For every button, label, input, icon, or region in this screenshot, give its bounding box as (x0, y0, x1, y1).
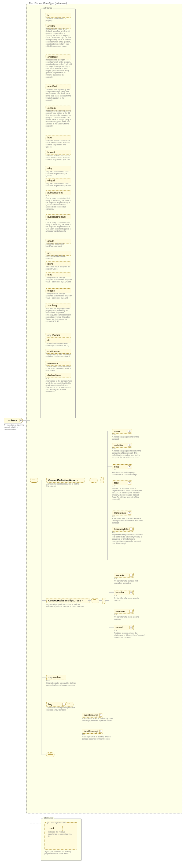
desc: A related concept, where the relationshi… (114, 632, 146, 639)
expand-icon[interactable]: + (129, 591, 133, 594)
card: 0..∞ (112, 531, 116, 533)
connector (109, 575, 109, 642)
main-concept-element[interactable]: mainConcept + (82, 713, 103, 717)
expand-icon[interactable]: + (128, 430, 131, 433)
ranking-grp-desc: A group of attributes for ranking proper… (44, 850, 79, 855)
attr-desc: A URI which identifies a concept. (46, 255, 72, 259)
desc: An identifier of a more generic concept. (114, 597, 146, 601)
card: 0..∞ (112, 433, 116, 435)
attr-desc: One or many constraints that apply to pu… (46, 221, 72, 232)
desc: A natural language definition of the sem… (112, 450, 144, 459)
attr-desc: If set to true the corresponding propert… (46, 110, 72, 127)
connector (21, 420, 30, 421)
attributes-label: attributes (43, 817, 53, 819)
connector (109, 627, 114, 627)
bag-element[interactable]: bag − (46, 702, 66, 707)
desc: An identifier of a more specific concept… (114, 616, 146, 620)
card: 0..∞ (112, 447, 116, 449)
card: 0..∞ (112, 515, 116, 517)
attr-desc: Indicates by which means the value was e… (46, 154, 72, 161)
connector (30, 11, 30, 420)
rank-attribute[interactable]: rank (48, 826, 63, 831)
expand-icon[interactable]: + (128, 444, 131, 447)
attr-desc: Why the metadata has been included - exp… (46, 170, 72, 177)
any-prefix: any (48, 676, 52, 679)
connector (42, 480, 46, 480)
attr-desc: Specifies the language of this property … (46, 307, 72, 322)
concept-relationships-group[interactable]: ConceptRelationshipsGroup − (46, 598, 90, 603)
expand-icon[interactable]: + (128, 482, 131, 485)
expand-icon[interactable]: + (99, 730, 102, 733)
attr-desc: A qualified code which identifies a conc… (46, 243, 72, 247)
sequence-icon (30, 478, 38, 483)
desc: Additional natural language information … (112, 471, 144, 476)
attr-desc: The relevance of the metadata to the new… (46, 365, 72, 372)
sequence-icon (89, 478, 98, 483)
attr-desc: The type of the concept assigned as cont… (46, 277, 72, 283)
rank-desc: Indicates the relative importance of pro… (48, 831, 75, 837)
subject-element[interactable]: subject − (4, 418, 22, 423)
mainconcept-desc: The concept which is faceted by other co… (82, 717, 114, 722)
connector (77, 704, 77, 731)
expand-icon[interactable]: + (99, 714, 102, 717)
facetconcept-label: facetConcept (84, 730, 98, 733)
crg-desc: A group of properties required to indica… (46, 603, 84, 608)
attr-pubconstraint[interactable]: pubconstraint (46, 190, 71, 195)
facetconcept-card: 0..∞ (82, 733, 85, 735)
attr-desc: If the property value is not defined, sp… (46, 28, 72, 47)
ranking-grp-label: grp rankingAttributes (47, 821, 66, 824)
attr-desc: A reference to the concept from which th… (46, 380, 72, 393)
connector (42, 677, 46, 678)
desc: A natural language name for the concept. (112, 436, 144, 440)
connector (30, 482, 30, 823)
crg-label: ConceptRelationshipsGroup (48, 599, 81, 602)
attr-card: 0..∞ (46, 194, 49, 196)
attr-card: 0..∞ (46, 219, 49, 221)
attr-desc: Why the metadata has been included - exp… (46, 183, 72, 187)
attr-desc: The date (and, optionally, the time) whe… (46, 88, 72, 101)
collapse-icon[interactable]: − (20, 419, 23, 422)
choice-icon (102, 598, 105, 603)
facetconcept-desc: A concept which is faceting another conc… (82, 736, 114, 740)
collapse-icon[interactable]: − (77, 479, 78, 482)
attr-desc: A free-text value assigned as property v… (46, 266, 72, 270)
connector (42, 754, 46, 755)
attr-desc: The local identifier of the property. (46, 17, 72, 22)
connector (77, 715, 82, 715)
connector (107, 483, 112, 483)
concept-definition-group[interactable]: ConceptDefinitionGroup − (46, 478, 84, 483)
connector (104, 480, 107, 480)
connector (38, 480, 42, 480)
attr-desc: One or many constraints that apply to pu… (46, 197, 72, 210)
desc: In NAR 1.8 and later, facet is deprecate… (112, 488, 144, 500)
card: 0..∞ (114, 594, 117, 596)
attr-pubconstrainturi[interactable]: pubconstrainturi (46, 214, 71, 219)
collapse-icon[interactable]: − (62, 703, 65, 706)
expand-icon[interactable]: + (128, 512, 131, 515)
attr-desc: The confidence with which the metadata h… (46, 353, 72, 358)
expand-icon[interactable]: + (129, 626, 133, 629)
other-desc: Extension point for provider-defined pro… (46, 682, 79, 686)
connector (107, 431, 108, 560)
expand-icon[interactable]: + (128, 465, 131, 468)
bag-desc: A group of existing concepts which expre… (46, 707, 76, 711)
attr-desc: If the attribute is empty, specifies whi… (46, 59, 72, 78)
attributes-label: attributes (43, 7, 53, 9)
desc: An identifier of a concept with equivale… (114, 580, 146, 584)
connector (77, 731, 82, 732)
connector (83, 480, 89, 480)
connector (30, 823, 41, 824)
collapse-icon[interactable]: − (82, 599, 83, 602)
expand-icon[interactable]: + (129, 610, 133, 613)
attr-any---other[interactable]: any ##other (46, 333, 71, 338)
attr-desc: The directionality of textual content (e… (46, 342, 72, 347)
desc: Represents the position of a concept in … (112, 534, 144, 545)
expand-icon[interactable]: + (129, 574, 133, 577)
card: 0..∞ (114, 577, 117, 579)
frame-title: Flex1ConceptPropType (extension) (29, 2, 67, 5)
attr-derivedfrom[interactable]: derivedfrom (46, 373, 71, 378)
sequence-icon (46, 752, 54, 757)
cdg-label: ConceptDefinitionGroup (48, 479, 76, 482)
connector (109, 592, 114, 593)
expand-icon[interactable]: + (129, 528, 133, 531)
